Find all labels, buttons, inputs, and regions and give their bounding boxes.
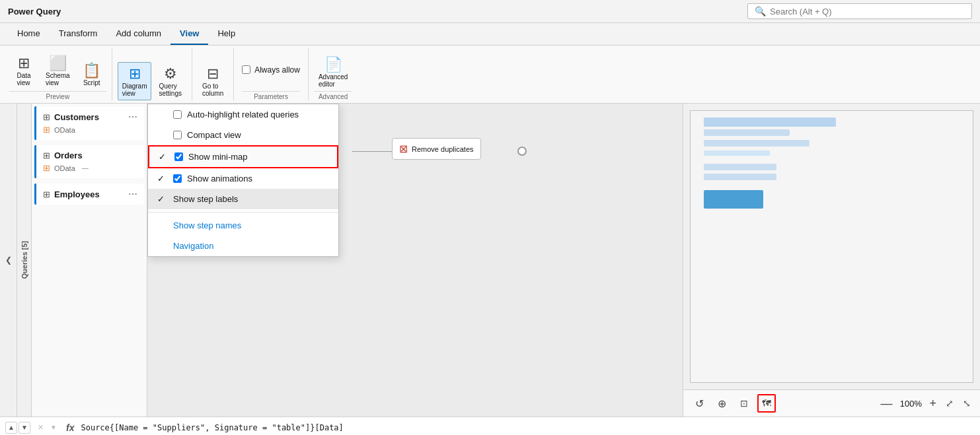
tab-help[interactable]: Help	[208, 23, 245, 45]
parameters-group-label: Parameters	[242, 91, 300, 100]
zoom-fit-icon[interactable]: ⤢	[943, 398, 956, 409]
go-to-column-label: Go tocolumn	[202, 83, 223, 97]
nav-down-button[interactable]: ▼	[19, 422, 30, 434]
navigation-label: Navigation	[173, 241, 213, 251]
preview-group-label: Preview	[9, 91, 106, 100]
collapse-icon: ❮	[5, 255, 12, 265]
tab-home[interactable]: Home	[8, 23, 50, 45]
step-labels-label: Show step labels	[173, 194, 238, 204]
query-item-customers[interactable]: ⊞ Customers ⋯ ⊞ OData	[34, 106, 144, 140]
mini-map-panel: ↺ ⊕ ⊡ 🗺 — 100% + ⤢ ⤡	[683, 104, 980, 417]
remove-duplicates-node[interactable]: ⊠ Remove duplicates	[392, 138, 481, 160]
diagram-view-label: Diagramview	[122, 83, 147, 97]
query-settings-icon: ⚙	[164, 65, 177, 83]
orders-sub: OData	[54, 164, 75, 172]
customers-table-icon: ⊞	[43, 112, 50, 122]
dropdown-navigation[interactable]: Navigation	[148, 236, 338, 256]
fit-button[interactable]: ⊕	[712, 394, 731, 413]
formula-bar: ▲ ▼ ✕ ▼ fx	[0, 417, 980, 435]
script-icon: 📋	[83, 62, 100, 79]
dropdown-compact-view[interactable]: Compact view	[148, 125, 338, 145]
advanced-editor-icon: 📄	[324, 56, 342, 73]
go-to-column-button[interactable]: ⊟ Go tocolumn	[198, 62, 228, 100]
dropdown-separator	[148, 212, 338, 213]
mini-map-bar-6	[704, 174, 776, 180]
delete-step-button[interactable]: ✕	[34, 422, 46, 434]
fx-label: fx	[63, 422, 77, 433]
zoom-plus[interactable]: +	[926, 397, 939, 411]
search-icon: 🔍	[755, 6, 766, 17]
compact-view-label: Compact view	[187, 130, 241, 140]
zoom-level: 100%	[899, 399, 923, 409]
tab-add-column[interactable]: Add column	[106, 23, 170, 45]
mini-map-checkbox[interactable]	[174, 152, 183, 161]
schema-view-button[interactable]: ⬜ Schemaview	[41, 51, 75, 90]
compact-view-checkbox[interactable]	[173, 131, 182, 139]
employees-menu[interactable]: ⋯	[128, 189, 137, 199]
query-settings-label: Querysettings	[159, 83, 181, 97]
mini-map-toolbar: ↺ ⊕ ⊡ 🗺 — 100% + ⤢ ⤡	[683, 389, 980, 417]
nav-up-button[interactable]: ▲	[5, 422, 17, 434]
mini-map-bar-4	[704, 151, 770, 156]
search-input[interactable]	[770, 7, 965, 17]
step-labels-check: ✓	[157, 194, 168, 204]
zoom-expand-icon[interactable]: ⤡	[960, 398, 973, 409]
frame-button[interactable]: ⊡	[735, 394, 753, 413]
animations-label: Show animations	[187, 174, 252, 184]
auto-highlight-label: Auto-highlight related queries	[187, 110, 299, 119]
customers-odata-icon: ⊞	[43, 125, 50, 135]
advanced-editor-button[interactable]: 📄 Advancededitor	[314, 53, 352, 91]
diagram-view-icon: ⊞	[129, 65, 141, 83]
dropdown-auto-highlight[interactable]: Auto-highlight related queries	[148, 104, 338, 125]
connector-line	[352, 151, 392, 152]
queries-panel: ⊞ Customers ⋯ ⊞ OData ⊞ Orders ⊞ OData —	[32, 104, 147, 417]
tab-transform[interactable]: Transform	[50, 23, 107, 45]
move-down-button[interactable]: ▼	[48, 422, 59, 434]
mini-map-bar-3	[704, 140, 810, 147]
advanced-group-label: Advanced	[314, 91, 352, 100]
sidebar-toggle[interactable]: ❮	[0, 104, 17, 417]
dropdown-show-step-labels[interactable]: ✓ Show step labels	[148, 189, 338, 209]
query-settings-button[interactable]: ⚙ Querysettings	[154, 62, 186, 100]
employees-name: Employees	[54, 189, 100, 199]
remove-dup-label: Remove duplicates	[412, 145, 474, 153]
diagram-view-button[interactable]: ⊞ Diagramview	[118, 62, 152, 100]
schema-view-label: Schemaview	[46, 72, 70, 86]
always-allow-label: Always allow	[254, 65, 300, 75]
go-to-column-icon: ⊟	[207, 65, 219, 83]
data-view-button[interactable]: ⊞ Dataview	[9, 51, 38, 90]
query-item-employees[interactable]: ⊞ Employees ⋯	[34, 184, 144, 205]
customers-name: Customers	[54, 112, 99, 122]
mini-map-bar-5	[704, 164, 776, 170]
zoom-minus[interactable]: —	[878, 397, 895, 411]
script-button[interactable]: 📋 Script	[77, 59, 106, 90]
always-allow-checkbox[interactable]	[242, 65, 250, 74]
app-title: Power Query	[8, 7, 61, 17]
dropdown-show-step-names[interactable]: Show step names	[148, 215, 338, 236]
script-label: Script	[83, 79, 100, 86]
query-item-orders[interactable]: ⊞ Orders ⊞ OData —	[34, 145, 144, 178]
animations-check: ✓	[157, 174, 168, 184]
mini-map-bar-2	[704, 129, 790, 136]
search-bar[interactable]: 🔍	[747, 3, 972, 19]
step-names-label: Show step names	[173, 220, 241, 230]
orders-table-icon: ⊞	[43, 151, 50, 160]
orders-odata-icon: ⊞	[43, 163, 50, 173]
undo-button[interactable]: ↺	[690, 394, 708, 413]
customers-menu[interactable]: ⋯	[128, 112, 137, 122]
tab-view[interactable]: View	[170, 23, 208, 45]
mini-map-bar-1	[704, 117, 836, 127]
orders-name: Orders	[54, 151, 83, 160]
schema-view-icon: ⬜	[49, 55, 67, 72]
dropdown-show-animations[interactable]: ✓ Show animations	[148, 168, 338, 189]
mini-map-bar-selected	[704, 190, 763, 209]
dropdown-show-mini-map[interactable]: ✓ Show mini-map	[148, 145, 338, 168]
mini-map-area	[690, 110, 973, 383]
animations-checkbox[interactable]	[173, 174, 182, 183]
formula-input[interactable]	[81, 423, 975, 432]
customers-sub: OData	[54, 126, 75, 134]
mini-map-toggle-button[interactable]: 🗺	[757, 394, 776, 413]
data-view-label: Dataview	[17, 72, 30, 86]
auto-highlight-checkbox[interactable]	[173, 110, 182, 119]
diagram-area: ⊞ Customers ⋯ ⊞ Source ⊠ Remove duplicat…	[147, 104, 683, 417]
